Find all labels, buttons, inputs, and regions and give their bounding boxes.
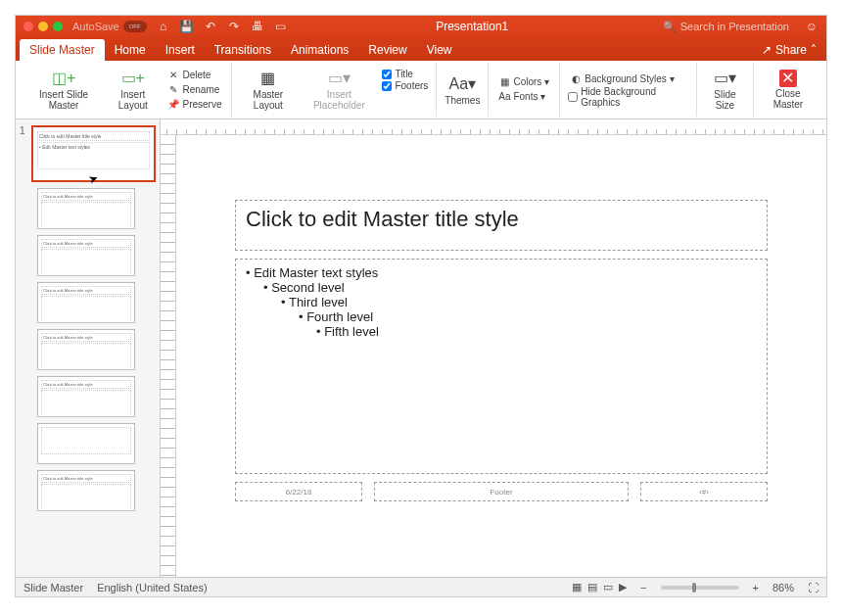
hide-bg-checkbox[interactable]: Hide Background Graphics <box>568 86 688 108</box>
slide-number-placeholder[interactable]: ‹#› <box>640 482 768 501</box>
document-title: Presentation1 <box>288 20 657 33</box>
content-placeholder[interactable]: Edit Master text styles Second level Thi… <box>235 259 768 474</box>
colors-icon: ▦ <box>498 76 510 88</box>
window-close-icon[interactable] <box>23 22 33 31</box>
delete-icon: ✕ <box>167 70 179 81</box>
master-layout-icon: ▦ <box>258 69 278 88</box>
insert-layout-button[interactable]: ▭+Insert Layout <box>104 69 162 112</box>
window-maximize-icon[interactable] <box>53 22 63 31</box>
print-icon[interactable]: 🖶 <box>251 20 264 33</box>
autosave-label: AutoSave <box>72 21 119 32</box>
ribbon-tabs: Slide Master Home Insert Transitions Ani… <box>16 37 826 61</box>
slide[interactable]: Click to edit Master title style Edit Ma… <box>227 194 775 507</box>
insert-slide-master-button[interactable]: ◫+Insert Slide Master <box>23 69 104 112</box>
slideshow-icon[interactable]: ▭ <box>274 20 288 33</box>
placeholder-icon: ▭▾ <box>329 69 349 88</box>
footer-placeholder[interactable]: Footer <box>374 482 629 501</box>
layout-thumbnail[interactable]: Click to edit Master title style <box>37 235 135 276</box>
thumbnail-panel[interactable]: 1 Click to edit Master title style • Edi… <box>16 119 161 577</box>
horizontal-ruler[interactable] <box>161 119 826 135</box>
search-icon: 🔍 <box>663 21 677 33</box>
undo-icon[interactable]: ↶ <box>204 20 217 33</box>
search-box[interactable]: 🔍 Search in Presentation <box>657 21 795 33</box>
layout-thumbnail[interactable] <box>37 423 135 464</box>
window-minimize-icon[interactable] <box>38 22 48 31</box>
date-placeholder[interactable]: 6/22/18 <box>235 482 362 501</box>
cursor-icon: ➤ <box>86 171 100 188</box>
footers-checkbox[interactable]: Footers <box>382 80 428 91</box>
bg-styles-icon: ◐ <box>570 72 582 84</box>
vertical-ruler[interactable] <box>161 135 176 577</box>
reading-view-icon[interactable]: ▭ <box>603 581 613 593</box>
titlebar: AutoSave OFF ⌂ 💾 ↶ ↷ 🖶 ▭ Presentation1 🔍… <box>16 16 826 37</box>
app-window: AutoSave OFF ⌂ 💾 ↶ ↷ 🖶 ▭ Presentation1 🔍… <box>15 15 827 597</box>
ribbon: ◫+Insert Slide Master ▭+Insert Layout ✕D… <box>16 61 826 119</box>
colors-button[interactable]: ▦Colors ▾ <box>496 75 551 89</box>
close-icon: ✕ <box>779 70 797 87</box>
workspace: 1 Click to edit Master title style • Edi… <box>16 119 826 577</box>
fit-to-window-icon[interactable]: ⛶ <box>808 582 819 593</box>
fonts-button[interactable]: AaFonts ▾ <box>496 90 551 104</box>
slideshow-view-icon[interactable]: ▶ <box>619 581 627 593</box>
thumbnail-number: 1 <box>20 125 27 136</box>
chevron-down-icon: ▾ <box>540 91 545 102</box>
master-thumbnail[interactable]: Click to edit Master title style • Edit … <box>31 125 156 182</box>
title-checkbox[interactable]: Title <box>382 69 428 79</box>
tab-view[interactable]: View <box>417 39 462 61</box>
delete-button[interactable]: ✕Delete <box>165 69 223 82</box>
layout-thumbnail[interactable]: Click to edit Master title style <box>37 282 135 323</box>
title-placeholder[interactable]: Click to edit Master title style <box>235 200 768 251</box>
zoom-slider[interactable] <box>661 586 739 590</box>
tab-animations[interactable]: Animations <box>281 39 358 61</box>
themes-icon: Aa▾ <box>452 74 472 94</box>
slide-editor: Click to edit Master title style Edit Ma… <box>161 119 826 577</box>
rename-button[interactable]: ✎Rename <box>165 83 223 97</box>
view-mode-label: Slide Master <box>23 582 83 593</box>
status-bar: Slide Master English (United States) ▦ ▤… <box>16 577 826 596</box>
save-icon[interactable]: 💾 <box>180 20 194 33</box>
rename-icon: ✎ <box>167 84 179 96</box>
tab-insert[interactable]: Insert <box>156 39 205 61</box>
layout-thumbnail[interactable]: Click to edit Master title style <box>37 470 135 511</box>
quick-access-toolbar: ⌂ 💾 ↶ ↷ 🖶 ▭ <box>157 20 288 33</box>
canvas[interactable]: Click to edit Master title style Edit Ma… <box>176 135 826 577</box>
tab-slide-master[interactable]: Slide Master <box>20 39 105 61</box>
layout-thumbnail[interactable]: Click to edit Master title style <box>37 188 135 229</box>
zoom-level[interactable]: 86% <box>772 582 794 593</box>
redo-icon[interactable]: ↷ <box>227 20 241 33</box>
share-button[interactable]: ↗ Share ˄ <box>752 39 826 61</box>
chevron-down-icon: ▾ <box>670 73 675 84</box>
themes-button[interactable]: Aa▾Themes <box>441 74 484 106</box>
tab-home[interactable]: Home <box>105 39 156 61</box>
slide-size-icon: ▭▾ <box>715 69 734 88</box>
layout-thumbnail[interactable]: Click to edit Master title style <box>37 376 135 417</box>
account-icon[interactable]: ☺ <box>805 20 819 33</box>
background-styles-button[interactable]: ◐Background Styles ▾ <box>568 71 688 85</box>
preserve-button[interactable]: 📌Preserve <box>165 98 223 112</box>
slide-size-button[interactable]: ▭▾Slide Size <box>701 69 749 111</box>
sorter-view-icon[interactable]: ▤ <box>587 581 597 593</box>
new-layout-icon: ▭+ <box>123 69 143 88</box>
new-master-icon: ◫+ <box>54 69 73 88</box>
tab-transitions[interactable]: Transitions <box>205 39 281 61</box>
insert-placeholder-button[interactable]: ▭▾Insert Placeholder <box>300 69 378 111</box>
close-master-button[interactable]: ✕Close Master <box>758 70 819 110</box>
layout-thumbnail[interactable]: Click to edit Master title style <box>37 329 135 370</box>
home-icon[interactable]: ⌂ <box>157 20 170 33</box>
language-label[interactable]: English (United States) <box>97 582 208 593</box>
normal-view-icon[interactable]: ▦ <box>572 581 582 593</box>
fonts-icon: Aa <box>498 91 510 103</box>
chevron-up-icon: ˄ <box>811 43 817 57</box>
chevron-down-icon: ▾ <box>544 76 549 87</box>
master-layout-button[interactable]: ▦Master Layout <box>236 69 300 111</box>
tab-review[interactable]: Review <box>358 39 416 61</box>
zoom-out-button[interactable]: − <box>640 582 646 593</box>
zoom-in-button[interactable]: + <box>753 582 759 593</box>
autosave-toggle[interactable]: AutoSave OFF <box>72 21 147 32</box>
preserve-icon: 📌 <box>167 99 179 111</box>
